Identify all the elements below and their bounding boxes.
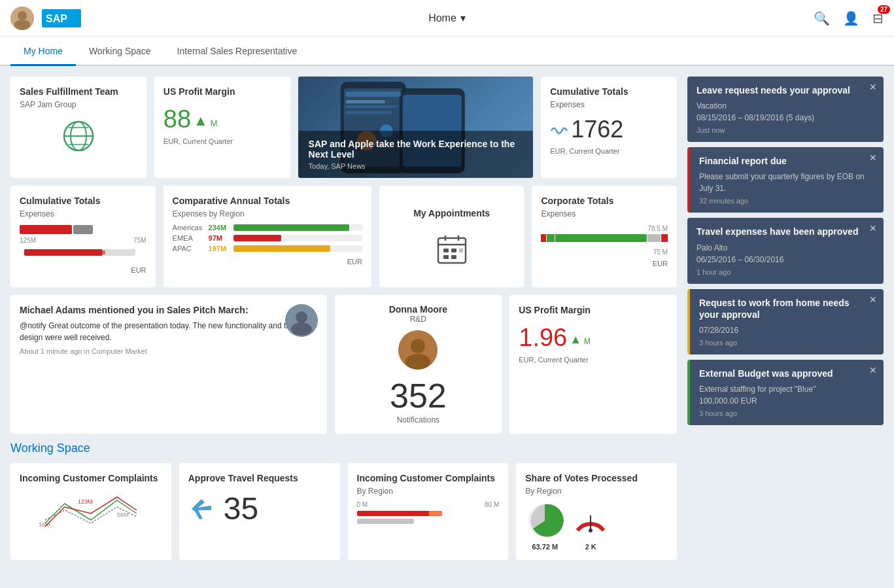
chart-currency: EUR: [20, 266, 146, 274]
tile-approve-travel[interactable]: Approve Travel Requests 35: [179, 463, 340, 560]
svg-text:16M: 16M: [39, 521, 50, 528]
user-icon[interactable]: 👤: [843, 10, 859, 26]
svg-rect-30: [459, 249, 463, 252]
chart-red-label: 125M: [20, 237, 36, 244]
tab-working-space[interactable]: Working Space: [76, 37, 164, 66]
notif-financial-title: Financial report due: [699, 155, 874, 167]
notif-financial-report[interactable]: ✕ Financial report due Please submit you…: [687, 147, 884, 213]
corp-green-val: 78.5 M: [541, 225, 668, 232]
close-wfh-btn[interactable]: ✕: [869, 294, 877, 305]
svg-rect-29: [451, 249, 456, 252]
svg-point-1: [18, 11, 27, 20]
svg-rect-23: [103, 249, 135, 256]
chart-gray-label: 75M: [133, 237, 146, 244]
notification-bell[interactable]: ⊟ 27: [872, 10, 884, 26]
tab-internal-sales[interactable]: Internal Sales Representative: [164, 37, 311, 66]
tile-votes[interactable]: Share of Votes Processed By Region 63.72…: [516, 463, 677, 560]
tile-appt-title: My Appointments: [413, 207, 490, 219]
tile-feed[interactable]: Michael Adams mentioned you in Sales Pit…: [10, 295, 327, 434]
tile-profit-value: 88: [163, 105, 191, 133]
feed-text: @notify Great outcome of the presentatio…: [20, 320, 318, 343]
notif-travel-approved[interactable]: ✕ Travel expenses have been approved Pal…: [687, 218, 884, 283]
close-travel-btn[interactable]: ✕: [869, 223, 877, 233]
svg-text:123M: 123M: [78, 498, 93, 505]
tile-appointments[interactable]: My Appointments: [379, 186, 524, 287]
tile-profit2-footer: EUR, Current Quarter: [519, 356, 668, 364]
pie-value: 63.72 M: [525, 543, 564, 551]
search-icon[interactable]: 🔍: [814, 10, 830, 26]
pie-chart: 63.72 M: [525, 501, 564, 551]
notif-travel-body: Palo Alto06/25/2016 – 06/30/2016: [696, 242, 874, 266]
notif-label: Notifications: [344, 415, 493, 424]
tile-cumbar-subtitle: Expenses: [20, 209, 146, 218]
tile-cumbar-title: Culmulative Totals: [20, 195, 146, 207]
tile-comparative[interactable]: Comparative Annual Totals Expenses by Re…: [163, 186, 371, 287]
svg-rect-16: [345, 105, 398, 108]
comparative-chart: Americas 234M EMEA 97M APAC 197M: [173, 224, 362, 252]
tile-row-2: Culmulative Totals Expenses 125M 75M: [10, 186, 677, 287]
tab-my-home[interactable]: My Home: [10, 37, 76, 66]
notif-budget-title: External Budget was approved: [699, 368, 874, 379]
bar-emea-value: 97M: [209, 234, 233, 242]
news-overlay: SAP and Apple take the Work Experience t…: [298, 131, 534, 178]
svg-rect-17: [345, 111, 391, 114]
comp-currency: EUR: [173, 258, 362, 266]
ws-tile4-title: Share of Votes Processed: [525, 472, 668, 484]
tile-corp-title: Corporate Totals: [541, 195, 668, 207]
tile-complaints-region[interactable]: Incoming Customer Complaints By Region 0…: [348, 463, 509, 560]
tile-culmulative-bar[interactable]: Culmulative Totals Expenses 125M 75M: [10, 186, 156, 287]
gauge-chart: 2 K: [571, 501, 610, 551]
svg-point-2: [14, 20, 30, 30]
tile-news[interactable]: SAP and Apple take the Work Experience t…: [298, 77, 534, 178]
ws-tile4-subtitle: By Region: [525, 487, 668, 496]
tile-incoming-complaints[interactable]: Incoming Customer Complaints 16M 123M 56…: [10, 463, 171, 560]
close-financial-btn[interactable]: ✕: [869, 152, 877, 163]
notifications-panel: ✕ Leave request needs your approval Vaca…: [687, 77, 884, 568]
tile-cumulative-totals[interactable]: Cumulative Totals Expenses 1762 EUR, Cur…: [541, 77, 677, 178]
avatar[interactable]: [10, 7, 34, 30]
tile-corporate[interactable]: Corporate Totals Expenses 78.5 M: [532, 186, 677, 287]
home-title[interactable]: Home ▾: [428, 12, 466, 24]
tile-donna-moore[interactable]: Donna Moore R&D 352 Notifications: [335, 295, 502, 434]
tile-profit-footer: EUR, Current Quarter: [163, 137, 281, 145]
header-icons: 🔍 👤 ⊟ 27: [814, 10, 884, 26]
tile-row-1: Sales Fulfillment Team SAP Jam Group US …: [10, 77, 677, 178]
svg-rect-32: [451, 255, 456, 259]
notif-financial-time: 32 minutes ago: [699, 197, 874, 205]
ws-tile2-value: 35: [224, 491, 258, 527]
tile-us-profit[interactable]: US Profit Margin 88 ▲ M EUR, Current Qua…: [154, 77, 290, 178]
trend-arrow: ▲: [194, 112, 208, 130]
tile-profit2-trend: ▲: [570, 333, 581, 347]
red-bar-chart: [20, 247, 146, 260]
tile-profit2-title: US Profit Margin: [519, 304, 668, 316]
notif-leave-request[interactable]: ✕ Leave request needs your approval Vaca…: [687, 77, 884, 142]
tile-sales-title: Sales Fulfillment Team: [20, 86, 137, 97]
tile-cum-footer: EUR, Current Quarter: [550, 147, 668, 155]
ws-tile2-title: Approve Travel Requests: [188, 472, 331, 484]
svg-point-35: [291, 322, 312, 336]
close-budget-btn[interactable]: ✕: [869, 365, 877, 375]
notif-leave-time: Just now: [696, 126, 874, 134]
notif-external-budget[interactable]: ✕ External Budget was approved External …: [687, 360, 884, 425]
tile-us-profit-small[interactable]: US Profit Margin 1.96 ▲ M EUR, Current Q…: [509, 295, 677, 434]
navigation-tabs: My Home Working Space Internal Sales Rep…: [0, 37, 894, 66]
person-name: Donna Moore: [344, 304, 493, 315]
region-0m: 0 M: [357, 501, 368, 508]
person-dept: R&D: [344, 315, 493, 324]
home-dropdown-icon[interactable]: ▾: [460, 12, 466, 24]
svg-rect-28: [443, 249, 449, 252]
news-subtitle: Today, SAP News: [309, 162, 523, 170]
notif-count: 352: [344, 376, 493, 415]
plane-icon: [188, 496, 215, 522]
notification-count: 27: [878, 5, 890, 14]
feed-title: Michael Adams mentioned you in Sales Pit…: [20, 304, 318, 316]
svg-rect-14: [345, 92, 400, 97]
notif-wfh-time: 3 hours ago: [699, 339, 874, 347]
ws-tile3-title: Incoming Customer Complaints: [357, 472, 500, 484]
notif-work-from-home[interactable]: ✕ Request to work from home needs your a…: [687, 289, 884, 355]
bar-americas-value: 234M: [209, 224, 233, 232]
sap-logo[interactable]: SAP: [42, 9, 81, 27]
tile-sales-fulfillment[interactable]: Sales Fulfillment Team SAP Jam Group: [10, 77, 146, 178]
close-leave-btn[interactable]: ✕: [869, 82, 877, 92]
home-title-label: Home: [428, 12, 456, 24]
